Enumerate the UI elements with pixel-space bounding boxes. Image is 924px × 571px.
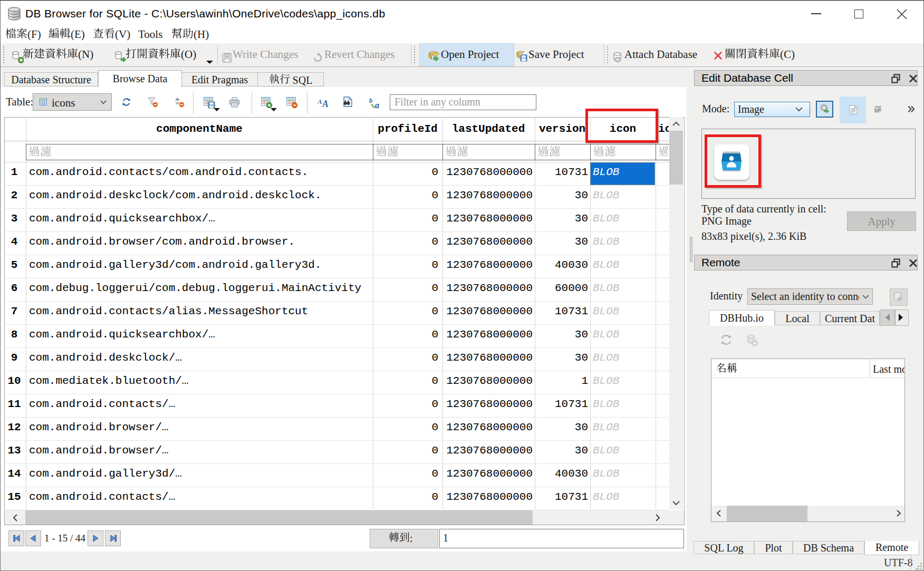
svg-text:A: A: [322, 99, 329, 109]
svg-text:A: A: [317, 98, 322, 105]
svg-text:a: a: [375, 101, 379, 109]
svg-text:b: b: [369, 97, 373, 104]
